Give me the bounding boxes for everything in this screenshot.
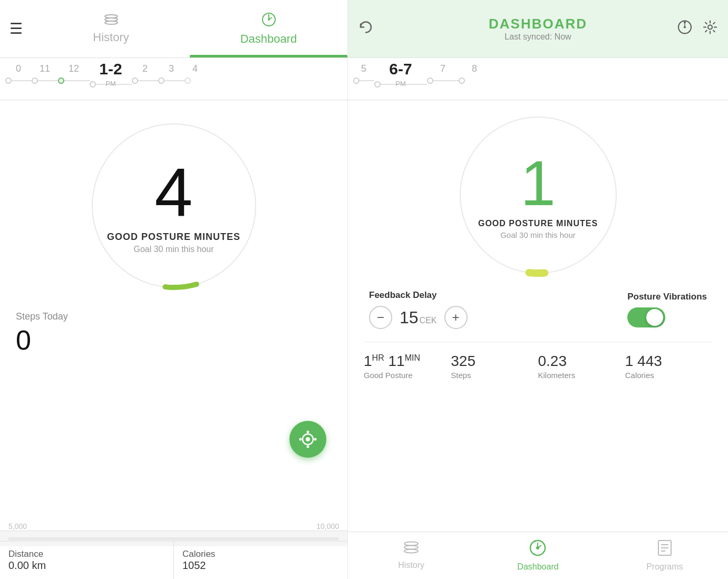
timeline-period-pm-r: PM xyxy=(395,80,406,88)
timeline-label-r8: 8 xyxy=(472,63,477,74)
svg-point-9 xyxy=(708,25,712,29)
posture-vibrations-label: Posture Vibrations xyxy=(627,292,707,302)
bottom-stats-right: 1HR 11MIN Good Posture 325 Steps 0.23 Ki… xyxy=(364,342,712,380)
timeline-dot-4 xyxy=(185,78,191,84)
bsr-km-value: 0.23 xyxy=(538,353,625,370)
compass-icon[interactable] xyxy=(677,20,692,38)
top-header: ☰ History xyxy=(0,0,728,58)
stepper-plus-btn[interactable]: + xyxy=(444,306,468,329)
timeline-row: 0 11 12 xyxy=(0,58,728,100)
tab-history[interactable]: History xyxy=(32,0,190,57)
left-big-number: 4 xyxy=(107,158,240,226)
history-tab-icon xyxy=(104,14,119,28)
timeline-line xyxy=(138,80,158,81)
timeline-dot-r7 xyxy=(427,78,433,84)
timeline-dot-11 xyxy=(32,78,38,84)
svg-point-14 xyxy=(307,431,309,433)
timeline-label-r5: 5 xyxy=(361,63,366,74)
progress-bar-track xyxy=(8,537,339,541)
tab-dashboard[interactable]: Dashboard xyxy=(190,0,347,57)
right-timeline[interactable]: 5 6-7 PM 7 xyxy=(348,58,728,100)
timeline-label-r7: 7 xyxy=(440,63,445,74)
timeline-label-active: 1-2 xyxy=(99,60,122,78)
hamburger-icon[interactable]: ☰ xyxy=(9,20,23,37)
bsr-min-unit: MIN xyxy=(405,353,420,362)
nav-programs[interactable]: Programs xyxy=(601,532,728,579)
feedback-delay-label: Feedback Delay xyxy=(369,290,437,301)
bsr-steps-label: Steps xyxy=(451,371,538,380)
history-tab-label: History xyxy=(93,31,129,44)
right-big-number: 1 xyxy=(478,151,598,215)
nav-history[interactable]: History xyxy=(348,532,474,579)
bsr-calories: 1 443 Calories xyxy=(625,353,712,380)
timeline-dot-r8 xyxy=(459,78,465,84)
right-panel: 1 GOOD POSTURE MINUTES Goal 30 min this … xyxy=(348,100,728,532)
stat-calories-label: Calories xyxy=(182,549,339,559)
feedback-delay-group: Feedback Delay − 15CEK + xyxy=(369,290,468,329)
left-panel-header: ☰ History xyxy=(0,0,348,57)
timeline-label-3: 3 xyxy=(169,63,174,74)
svg-point-7 xyxy=(684,21,686,23)
steps-section: Steps Today 0 xyxy=(11,311,337,356)
timeline-line xyxy=(360,80,374,81)
dashboard-tab-label: Dashboard xyxy=(240,32,297,46)
timeline-line xyxy=(433,80,459,81)
timeline-line xyxy=(164,80,185,81)
bsr-good-posture-label: Good Posture xyxy=(364,371,451,380)
timeline-label-11: 11 xyxy=(40,63,50,74)
bsr-hr-unit: HR xyxy=(372,353,384,362)
progress-label-5k: 5,000 xyxy=(8,522,27,530)
posture-vibrations-toggle[interactable] xyxy=(627,307,665,327)
svg-point-13 xyxy=(306,437,310,441)
toggle-knob xyxy=(646,309,663,326)
controls-row: Feedback Delay − 15CEK + Posture Vibrati… xyxy=(364,290,712,329)
stat-distance-label: Distance xyxy=(8,549,165,559)
right-circle-gauge: 1 GOOD POSTURE MINUTES Goal 30 min this … xyxy=(454,111,623,279)
nav-dashboard[interactable]: Dashboard xyxy=(474,532,601,579)
progress-label-10k: 10,000 xyxy=(316,522,339,530)
timeline-label-2: 2 xyxy=(142,63,148,74)
bottom-stats-left: Distance 0.00 km Calories 1052 xyxy=(0,541,347,579)
feedback-delay-stepper: − 15CEK + xyxy=(369,306,468,329)
nav-dashboard-label: Dashboard xyxy=(517,562,558,572)
left-panel: 4 GOOD POSTURE MINUTES Goal 30 min this … xyxy=(0,100,348,579)
timeline-label-0: 0 xyxy=(16,63,21,74)
stat-distance-value: 0.00 km xyxy=(8,559,165,572)
posture-vibrations-group: Posture Vibrations xyxy=(627,292,707,327)
stat-distance: Distance 0.00 km xyxy=(0,542,174,579)
left-timeline[interactable]: 0 11 12 xyxy=(0,58,348,100)
svg-point-16 xyxy=(299,438,302,441)
stepper-minus-btn[interactable]: − xyxy=(369,306,392,329)
right-panel-body: 1 GOOD POSTURE MINUTES Goal 30 min this … xyxy=(348,100,728,579)
settings-icon[interactable] xyxy=(703,20,717,38)
bsr-cal-label: Calories xyxy=(625,371,712,380)
dashboard-title: DASHBOARD xyxy=(489,16,587,32)
timeline-period-pm: PM xyxy=(105,80,116,88)
timeline-dot-12 xyxy=(58,78,64,84)
timeline-dot-0 xyxy=(5,78,12,84)
fab-button[interactable] xyxy=(289,421,326,458)
timeline-line xyxy=(64,80,90,81)
bsr-steps-value: 325 xyxy=(451,353,538,370)
svg-point-15 xyxy=(307,446,309,448)
svg-point-17 xyxy=(314,438,317,441)
timeline-dot-r5 xyxy=(353,78,360,84)
stepper-value: 15CEK xyxy=(400,308,437,327)
nav-dashboard-icon xyxy=(529,539,546,560)
refresh-icon[interactable] xyxy=(358,20,373,38)
bsr-kilometers: 0.23 Kilometers xyxy=(538,353,625,380)
stat-calories-value: 1052 xyxy=(182,559,339,572)
nav-history-label: History xyxy=(398,561,424,570)
svg-point-22 xyxy=(404,549,418,553)
svg-point-20 xyxy=(404,542,418,546)
steps-value: 0 xyxy=(16,324,332,356)
tab-active-indicator xyxy=(190,55,347,57)
bsr-steps: 325 Steps xyxy=(451,353,538,380)
bsr-good-posture: 1HR 11MIN Good Posture xyxy=(364,353,451,380)
bsr-km-label: Kilometers xyxy=(538,371,625,380)
bottom-nav: History Dashboard xyxy=(348,532,728,579)
main-content: 4 GOOD POSTURE MINUTES Goal 30 min this … xyxy=(0,100,728,579)
timeline-label-12: 12 xyxy=(69,63,79,74)
progress-labels: 5,000 10,000 xyxy=(0,522,347,530)
timeline-dot-1-2 xyxy=(90,81,96,88)
